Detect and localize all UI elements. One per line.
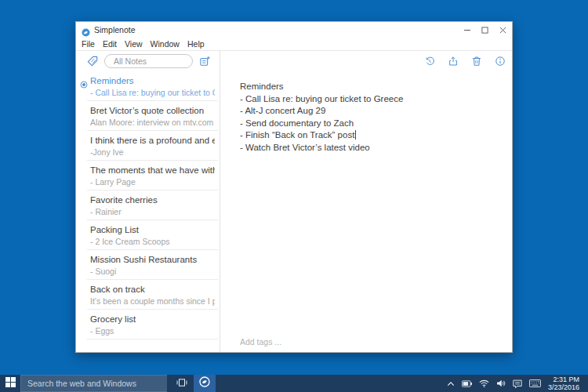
menu-file[interactable]: File [78,39,99,49]
history-icon[interactable] [424,56,435,67]
note-list: Reminders - Call Lisa re: buying our tic… [76,71,220,352]
editor-line: - Alt-J concert Aug 29 [240,105,504,118]
info-icon[interactable] [495,56,506,67]
minimize-button[interactable] [458,22,476,38]
editor-panel: Reminders - Call Lisa re: buying our tic… [220,51,512,352]
editor-line: Reminders [240,81,504,93]
menu-bar: File Edit View Window Help [76,38,512,51]
note-item-sushi[interactable]: Mission Sushi Restaurants - Suogi [76,250,220,280]
window-title: Simplenote [94,25,136,34]
menu-view[interactable]: View [121,39,147,49]
editor-line: - Send documentary to Zach [240,118,504,130]
note-title: The moments that we have with friends ..… [90,165,215,176]
text-cursor [355,130,356,140]
new-note-icon[interactable] [199,56,211,67]
trash-icon[interactable] [471,56,482,67]
note-list-panel: Reminders - Call Lisa re: buying our tic… [76,51,220,352]
start-button[interactable] [0,375,20,392]
share-icon[interactable] [448,56,459,67]
note-item-moments[interactable]: The moments that we have with friends ..… [76,161,220,191]
clock[interactable]: 2:31 PM 3/23/2016 [548,376,579,391]
note-editor[interactable]: Reminders - Call Lisa re: buying our tic… [220,71,512,352]
note-item-bret-victor[interactable]: Bret Victor’s quote collection Alan Moor… [76,101,220,131]
system-tray: 2:31 PM 3/23/2016 [447,375,588,392]
note-item-reminders[interactable]: Reminders - Call Lisa re: buying our tic… [76,71,220,101]
note-title: Grocery list [90,314,215,325]
note-title: Favorite cherries [90,195,215,205]
close-button[interactable] [494,22,512,38]
note-preview: - Eggs [90,326,215,336]
desktop: Simplenote File Edit View Window Help [0,0,588,392]
note-title: Packing List [90,225,215,235]
speaker-icon[interactable] [496,379,506,387]
editor-line: - Watch Bret Victor’s latest video [240,142,504,154]
editor-line: - Finish “Back on Track” post [240,129,504,142]
note-preview: It’s been a couple months since I posted… [90,296,215,306]
note-title: Bret Victor’s quote collection [90,106,215,116]
title-bar[interactable]: Simplenote [76,22,512,38]
tag-icon[interactable] [86,55,99,67]
note-preview: - 2 Ice Cream Scoops [90,237,215,246]
search-input[interactable] [104,54,193,68]
taskbar-simplenote-button[interactable] [194,375,216,392]
start-icon [5,376,16,390]
note-title: Mission Sushi Restaurants [90,255,215,265]
add-tags-field[interactable]: Add tags ... [240,337,281,347]
note-item-packing-list[interactable]: Packing List - 2 Ice Cream Scoops [76,220,220,250]
simplenote-taskbar-icon [199,376,210,390]
keyboard-icon[interactable] [529,379,541,387]
note-title: Reminders [90,76,215,86]
wifi-icon[interactable] [479,379,489,387]
clock-date: 3/23/2016 [548,383,579,391]
note-preview: Alan Moore: interview on mtv.com [90,118,215,127]
taskbar: 2:31 PM 3/23/2016 [0,375,588,392]
task-view-icon [176,376,187,390]
editor-toolbar [220,51,512,71]
note-title: Back on track [90,285,215,295]
taskbar-search-input[interactable] [20,375,167,392]
menu-window[interactable]: Window [147,39,183,49]
simplenote-logo-icon [82,26,90,34]
clock-time: 2:31 PM [548,376,579,383]
note-item-back-on-track[interactable]: Back on track It’s been a couple months … [76,280,220,310]
pin-icon [80,78,88,92]
note-item-grocery-list[interactable]: Grocery list - Eggs [76,310,220,339]
simplenote-window: Simplenote File Edit View Window Help [75,21,513,353]
menu-help[interactable]: Help [183,39,209,49]
maximize-button[interactable] [476,22,494,38]
note-preview: - Call Lisa re: buying our ticket to Gre… [90,88,215,97]
note-title: I think there is a profound and enduring… [90,136,215,146]
note-preview: - Larry Page [90,177,215,187]
battery-icon[interactable] [462,380,472,387]
menu-edit[interactable]: Edit [99,39,121,49]
task-view-button[interactable] [170,375,194,392]
note-preview: - Suogi [90,267,215,276]
editor-line: - Call Lisa re: buying our ticket to Gre… [240,93,504,106]
note-preview: -Jony Ive [90,147,215,157]
chevron-up-icon[interactable] [447,381,455,387]
note-item-profound[interactable]: I think there is a profound and enduring… [76,131,220,161]
taskbar-empty-area [216,375,447,392]
list-toolbar [76,51,220,71]
note-item-favorite-cherries[interactable]: Favorite cherries - Rainier [76,191,220,220]
note-preview: - Rainier [90,207,215,216]
action-center-icon[interactable] [513,379,522,388]
